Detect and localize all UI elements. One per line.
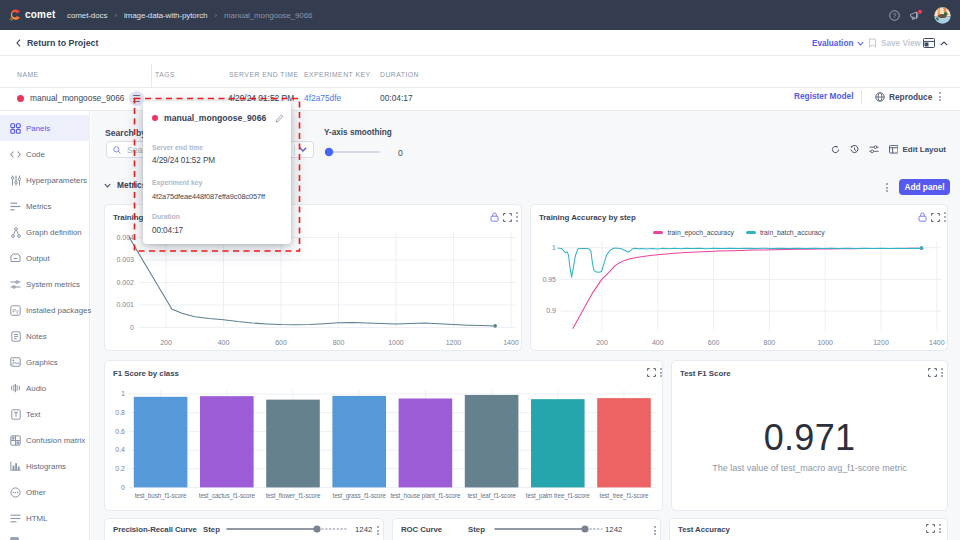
actions-divider (861, 90, 862, 104)
breadcrumb-workspace[interactable]: comet-docs (67, 11, 107, 20)
slider-handle[interactable] (325, 148, 333, 156)
panel-menu-kebab-icon[interactable] (941, 368, 943, 377)
save-view-button[interactable]: Save View (868, 30, 921, 56)
panels-icon (10, 123, 21, 134)
panel-test-accuracy: Test Accuracy (669, 518, 948, 540)
panel-menu-kebab-icon[interactable] (377, 526, 379, 535)
html-icon (10, 513, 21, 524)
sidebar-item-notes[interactable]: Notes (0, 323, 90, 349)
bar-test_tree_f1-score[interactable] (597, 398, 651, 487)
svg-text:1200: 1200 (446, 339, 462, 346)
section-menu-kebab-icon[interactable] (886, 183, 888, 192)
subbar-actions: Evaluation Save View (0, 30, 960, 56)
svg-text:0.002: 0.002 (116, 279, 134, 286)
breadcrumb-project[interactable]: image-data-with-pytorch (124, 11, 208, 20)
avatar[interactable] (934, 7, 951, 24)
svg-text:1000: 1000 (388, 339, 404, 346)
row-menu-kebab-icon[interactable] (939, 92, 941, 101)
column-header-name[interactable]: NAME (17, 71, 39, 78)
experiment-color-dot (152, 115, 158, 121)
sidebar-item-installed-packages[interactable]: PyInstalled packages (0, 297, 90, 323)
slider-handle[interactable] (581, 525, 588, 532)
sidebar-item-label: HTML (26, 514, 47, 523)
bar-test_house plant_f1-score[interactable] (399, 398, 453, 487)
sidebar-item-label: Graphics (26, 358, 58, 367)
panel-menu-kebab-icon[interactable] (939, 524, 941, 533)
sidebar-item-histograms[interactable]: Histograms (0, 453, 90, 479)
bar-test_grass_f1-score[interactable] (332, 396, 386, 488)
view-select-dropdown[interactable]: Evaluation (812, 30, 864, 56)
history-icon[interactable] (850, 145, 859, 154)
view-select-value: Evaluation (812, 39, 853, 48)
bar-test_bush_f1-score[interactable] (134, 397, 188, 488)
svg-text:1000: 1000 (817, 339, 833, 346)
reproduce-globe-icon (875, 92, 885, 102)
sidebar-item-label: Code (26, 150, 45, 159)
sidebar-item-other[interactable]: Other (0, 479, 90, 505)
edit-layout-button[interactable]: Edit Layout (889, 145, 946, 154)
column-header-experiment-key[interactable]: EXPERIMENT KEY (304, 71, 371, 78)
step-slider-label: Step (468, 525, 485, 534)
sidebar-item-confusion-matrix[interactable]: Confusion matrix (0, 427, 90, 453)
edit-pencil-icon[interactable] (275, 114, 284, 123)
svg-text:test_flower_f1-score: test_flower_f1-score (266, 492, 321, 500)
column-header-duration[interactable]: DURATION (380, 71, 419, 78)
svg-text:0.95: 0.95 (542, 276, 556, 283)
sidebar-item-code[interactable]: Code (0, 141, 90, 167)
expand-icon[interactable] (928, 368, 937, 377)
refresh-icon[interactable] (831, 145, 840, 154)
smoothing-label: Y-axis smoothing (324, 128, 392, 137)
sidebar-item-label: Text (26, 410, 40, 419)
comet-logo[interactable]: comet (8, 7, 55, 22)
filter-settings-icon[interactable] (869, 145, 879, 154)
sidebar-item-graphics[interactable]: Graphics (0, 349, 90, 375)
bar-test_palm tree_f1-score[interactable] (531, 399, 585, 487)
sidebar-item-metrics[interactable]: Metrics (0, 193, 90, 219)
svg-text:Py: Py (12, 307, 19, 313)
svg-text:600: 600 (275, 339, 287, 346)
step-slider-value: 1242 (355, 525, 372, 534)
bar-test_leaf_f1-score[interactable] (465, 395, 519, 487)
svg-text:test_house plant_f1-score: test_house plant_f1-score (390, 492, 461, 500)
sidebar-item-panels[interactable]: Panels (0, 115, 90, 141)
sidebar-item-hyperparameters[interactable]: Hyperparameters (0, 167, 90, 193)
collapse-chevron-icon[interactable] (940, 41, 948, 46)
column-header-tags[interactable]: TAGS (155, 71, 175, 78)
smoothing-slider[interactable] (322, 146, 384, 158)
table-view-icon[interactable] (923, 38, 935, 48)
svg-text:800: 800 (333, 339, 345, 346)
step-slider[interactable] (225, 523, 351, 535)
sidebar-item-system-metrics[interactable]: System metrics (0, 271, 90, 297)
bar-test_cactus_f1-score[interactable] (200, 396, 254, 487)
step-slider[interactable] (493, 523, 605, 535)
sidebar-item-html[interactable]: HTML (0, 505, 90, 531)
app: comet comet-docs › image-data-with-pytor… (0, 0, 960, 540)
popover-experiment-name: manual_mongoose_9066 (164, 113, 266, 123)
svg-text:test_tree_f1-score: test_tree_f1-score (600, 492, 650, 500)
column-header-server-end-time[interactable]: SERVER END TIME (229, 71, 299, 78)
bar-test_flower_f1-score[interactable] (266, 400, 320, 488)
expand-icon[interactable] (926, 524, 935, 533)
popover-field-value: 4/29/24 01:52 PM (152, 156, 215, 165)
search-dropdown-chevron-icon[interactable] (299, 147, 307, 152)
sidebar-item-output[interactable]: Output (0, 245, 90, 271)
slider-handle[interactable] (313, 525, 320, 532)
panel-menu-kebab-icon[interactable] (654, 526, 656, 535)
add-panel-button[interactable]: Add panel (899, 179, 950, 195)
reproduce-button[interactable]: Reproduce (875, 88, 932, 106)
svg-text:0.6: 0.6 (115, 428, 125, 435)
help-icon[interactable]: ? (889, 10, 900, 21)
svg-text:0: 0 (130, 324, 134, 331)
popover-field-label: Experiment key (152, 179, 202, 186)
search-divider (294, 145, 295, 156)
announcements-icon[interactable] (909, 9, 923, 22)
sidebar-item-graph-definition[interactable]: Graph definition (0, 219, 90, 245)
comet-logo-icon (8, 7, 22, 22)
sidebar-item-audio[interactable]: Audio (0, 375, 90, 401)
svg-text:test_bush_f1-score: test_bush_f1-score (135, 492, 187, 500)
svg-text:400: 400 (652, 339, 664, 346)
register-model-button[interactable]: Register Model (794, 91, 853, 101)
row-drag-handle[interactable] (129, 91, 144, 106)
sidebar-item-text[interactable]: Text (0, 401, 90, 427)
packages-icon: Py (10, 305, 21, 316)
